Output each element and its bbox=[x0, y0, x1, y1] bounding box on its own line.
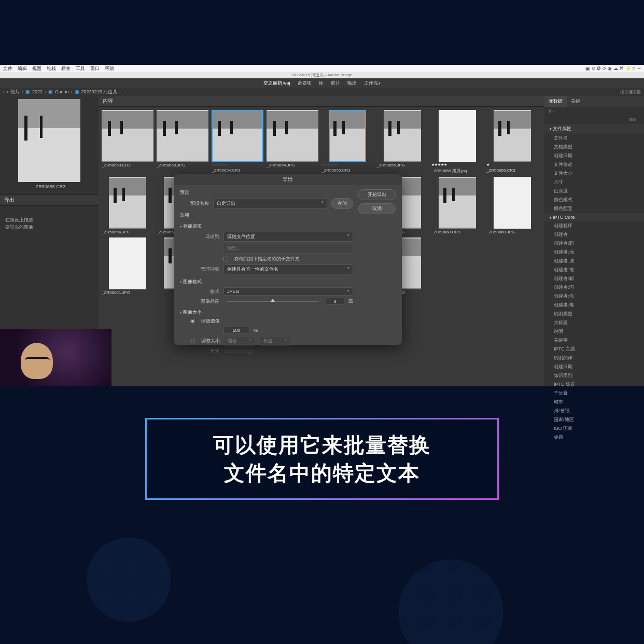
menu-stack[interactable]: 堆栈 bbox=[47, 65, 56, 72]
thumbnail[interactable]: _ZR50656.JPG bbox=[102, 177, 153, 234]
metadata-field[interactable]: 文件修改 bbox=[544, 160, 644, 169]
metadata-field[interactable]: 创建者:邮 bbox=[544, 274, 644, 283]
thumbnail[interactable]: _ZR50653.CR3 bbox=[102, 110, 153, 174]
metadata-field[interactable]: 创建日期 bbox=[544, 362, 644, 371]
rating[interactable]: ★★★★★ bbox=[431, 163, 483, 167]
quality-slider[interactable] bbox=[227, 301, 318, 302]
metadata-field[interactable]: IPTC 场景 bbox=[544, 380, 644, 389]
tab-essentials[interactable]: 必要项 bbox=[298, 80, 312, 87]
metadata-field[interactable]: 城市 bbox=[544, 398, 644, 407]
metadata-field[interactable]: ISO 国家 bbox=[544, 424, 644, 433]
menu-help[interactable]: 帮助 bbox=[105, 65, 114, 72]
tab-libraries[interactable]: 库 bbox=[319, 80, 324, 87]
thumbnail[interactable]: ★★★★★_ZR50656 拷贝.jpg bbox=[431, 110, 483, 174]
section-save-options[interactable]: 存储选项 bbox=[180, 223, 353, 230]
metadata-field[interactable]: 说明类型 bbox=[544, 310, 644, 318]
metadata-field[interactable]: 国家/地区 bbox=[544, 415, 644, 424]
metadata-group[interactable]: IPTC Core bbox=[544, 213, 644, 221]
metadata-field[interactable]: 创建日期 bbox=[544, 151, 644, 160]
metadata-field[interactable]: 大标题 bbox=[544, 318, 644, 327]
menu-tools[interactable]: 工具 bbox=[76, 65, 85, 72]
thumbnail[interactable]: _ZR50653.JPG bbox=[157, 110, 208, 174]
crumb-canon[interactable]: Canon bbox=[55, 89, 69, 94]
dim-select bbox=[223, 350, 255, 353]
crumb-year[interactable]: 2022 bbox=[32, 89, 43, 94]
tab-workflow[interactable]: 工作流 bbox=[364, 80, 381, 87]
subtitle-line2: 文件名中的特定文本 bbox=[162, 459, 482, 487]
metadata-field[interactable]: 创建者:电 bbox=[544, 301, 644, 310]
export-to-select[interactable]: 源始文件位置 bbox=[223, 232, 353, 242]
metadata-field[interactable]: 创建程序 bbox=[544, 221, 644, 230]
tab-keywords[interactable]: 关键 bbox=[567, 96, 584, 107]
thumbnail[interactable]: _ZR50655.JPG bbox=[376, 110, 428, 174]
metadata-field[interactable]: 创建者:地 bbox=[544, 248, 644, 257]
metadata-field[interactable]: 创建者:电 bbox=[544, 292, 644, 301]
thumbnail[interactable]: _ZR50660.CR3 bbox=[431, 177, 483, 234]
resize-radio[interactable] bbox=[190, 339, 195, 343]
menu-file[interactable]: 文件 bbox=[3, 65, 12, 72]
search-input[interactable]: 按关键字搜 bbox=[620, 89, 641, 95]
quality-label: 图像品质 bbox=[190, 298, 219, 305]
crumb-current[interactable]: 20220215 河边儿 bbox=[81, 89, 118, 95]
conflict-select[interactable]: 创建具有唯一性的文件名 bbox=[223, 264, 353, 274]
rating[interactable]: ☆☆☆☆☆ bbox=[321, 163, 373, 167]
menu-edit[interactable]: 编辑 bbox=[18, 65, 27, 72]
thumbnail[interactable]: _ZR50660.JPG bbox=[486, 177, 538, 234]
crumb-root[interactable]: 照片 bbox=[10, 89, 20, 95]
menu-window[interactable]: 窗口 bbox=[90, 65, 100, 72]
metadata-group[interactable]: 文件属性 bbox=[544, 124, 644, 134]
rating[interactable]: ☆☆☆☆☆ bbox=[212, 163, 263, 167]
metadata-field[interactable]: 关键字 bbox=[544, 336, 644, 345]
start-export-button[interactable]: 开始导出 bbox=[358, 189, 396, 200]
thumbnail[interactable]: ★_ZR50656.CR3 bbox=[486, 110, 538, 174]
tab-metadata[interactable]: 元数据 bbox=[544, 96, 567, 107]
metadata-field[interactable]: 创建者:城 bbox=[544, 257, 644, 265]
export-panel-header[interactable]: 导出 bbox=[0, 194, 99, 206]
metadata-field[interactable]: 创建者:国 bbox=[544, 283, 644, 292]
metadata-field[interactable]: 文档类型 bbox=[544, 143, 644, 151]
menu-view[interactable]: 视图 bbox=[32, 65, 41, 72]
scale-percent-input[interactable]: 100 bbox=[223, 327, 249, 334]
metadata-field[interactable]: 文件名 bbox=[544, 134, 644, 143]
scale-radio[interactable] bbox=[190, 319, 195, 324]
metadata-field[interactable]: 子位置 bbox=[544, 389, 644, 398]
metadata-field[interactable]: 州/省/直 bbox=[544, 407, 644, 415]
thumbnail[interactable]: _ZR50661.JPG bbox=[102, 237, 153, 295]
preview-thumbnail[interactable] bbox=[18, 99, 80, 182]
subfolder-checkbox[interactable] bbox=[223, 257, 228, 261]
metadata-field[interactable]: 颜色配置 bbox=[544, 204, 644, 213]
save-button[interactable]: 存储 bbox=[331, 198, 353, 209]
metadata-field[interactable]: 标题 bbox=[544, 433, 644, 442]
thumbnail-filename: _ZR50654.JPG bbox=[267, 163, 318, 167]
metadata-field[interactable]: 说明 bbox=[544, 327, 644, 336]
metadata-field[interactable]: 文件大小 bbox=[544, 169, 644, 178]
tab-output[interactable]: 输出 bbox=[347, 80, 357, 87]
back-icon[interactable]: ‹ bbox=[3, 89, 5, 94]
section-image-size[interactable]: 图像大小 bbox=[180, 309, 353, 316]
fwd-icon[interactable]: › bbox=[7, 89, 8, 94]
metadata-field[interactable]: 创建者:职 bbox=[544, 239, 644, 248]
preset-name-select[interactable]: 自定导出 bbox=[213, 199, 327, 208]
metadata-field[interactable]: 颜色模式 bbox=[544, 195, 644, 204]
format-select[interactable]: JPEG bbox=[223, 287, 353, 296]
glasses-icon bbox=[25, 357, 50, 363]
metadata-field[interactable]: 说明的作 bbox=[544, 354, 644, 362]
thumbnail[interactable]: ☆☆☆☆☆_ZR50654.CR3 bbox=[212, 110, 263, 174]
metadata-field[interactable]: 创建者 bbox=[544, 230, 644, 239]
cancel-button[interactable]: 取消 bbox=[358, 203, 396, 214]
metadata-field[interactable]: 创建者:省 bbox=[544, 265, 644, 274]
metadata-field[interactable]: 位深度 bbox=[544, 187, 644, 195]
workspace-name[interactable]: 空之最初 waj bbox=[263, 80, 290, 87]
thumbnail[interactable]: _ZR50654.JPG bbox=[267, 110, 318, 174]
thumbnail-filename: _ZR50656.CR3 bbox=[486, 168, 538, 173]
app-window: 文件 编辑 视图 堆栈 标签 工具 窗口 帮助 ▣ ⊙ ✪ ⟳ ◉ ☁ ⌘ ⚡ … bbox=[0, 65, 644, 386]
tab-filmstrip[interactable]: 胶片 bbox=[331, 80, 340, 87]
rating[interactable]: ★ bbox=[486, 163, 538, 167]
quality-value[interactable]: 8 bbox=[326, 298, 344, 305]
menu-label[interactable]: 标签 bbox=[61, 65, 71, 72]
section-image-format[interactable]: 图像格式 bbox=[180, 278, 353, 285]
thumbnail[interactable]: ☆☆☆☆☆_ZR50655.CR3 bbox=[321, 110, 373, 174]
metadata-field[interactable]: 知识类别 bbox=[544, 371, 644, 380]
metadata-field[interactable]: 尺寸 bbox=[544, 178, 644, 187]
metadata-field[interactable]: IPTC 主题 bbox=[544, 345, 644, 354]
